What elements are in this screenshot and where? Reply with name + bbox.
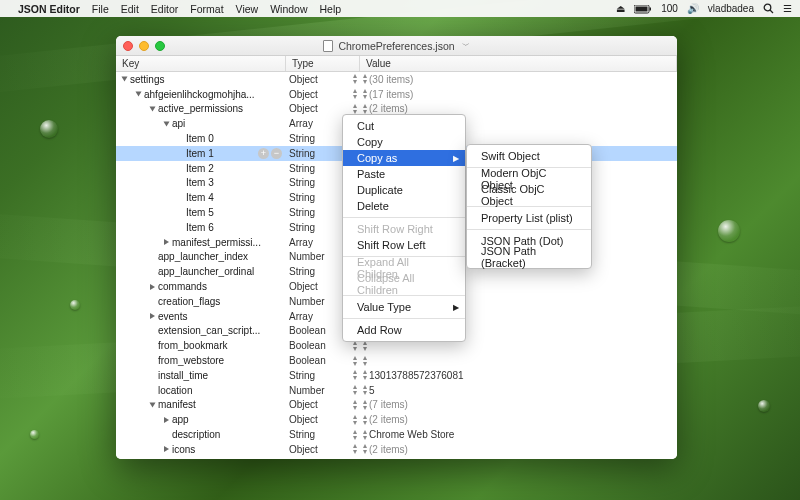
column-headers: Key Type Value: [116, 56, 677, 72]
disclosure-triangle-icon[interactable]: [150, 402, 156, 407]
notification-center-icon[interactable]: ☰: [783, 3, 792, 14]
menu-view[interactable]: View: [236, 3, 259, 15]
menu-item[interactable]: Cut: [343, 118, 465, 134]
value-stepper-icon[interactable]: ▴▾: [363, 384, 366, 396]
tree-row[interactable]: ahfgeienlihckogmohjha...Object▴▾▴▾(17 it…: [116, 87, 677, 102]
value-stepper-icon[interactable]: ▴▾: [363, 369, 366, 381]
row-key: location: [158, 385, 192, 396]
status-user[interactable]: vladbadea: [708, 3, 754, 14]
tree-row[interactable]: settingsObject▴▾▴▾(30 items): [116, 72, 677, 87]
row-add-button[interactable]: +: [258, 148, 269, 159]
row-key: Item 4: [186, 192, 214, 203]
column-type[interactable]: Type: [286, 56, 360, 71]
column-key[interactable]: Key: [116, 56, 286, 71]
menu-item[interactable]: Property List (plist): [467, 210, 591, 226]
type-stepper-icon[interactable]: ▴▾: [353, 384, 356, 396]
status-wifi-icon[interactable]: ⏏: [616, 3, 625, 14]
status-battery-icon[interactable]: [634, 3, 652, 14]
status-volume-icon[interactable]: 🔊: [687, 3, 699, 14]
row-type: String: [289, 148, 315, 159]
value-stepper-icon[interactable]: ▴▾: [363, 399, 366, 411]
window-close-button[interactable]: [123, 41, 133, 51]
disclosure-triangle-icon[interactable]: [136, 92, 142, 97]
tree-row[interactable]: from_webstoreBoolean▴▾▴▾: [116, 353, 677, 368]
disclosure-triangle-icon[interactable]: [150, 284, 155, 290]
titlebar[interactable]: ChromePreferences.json ﹀: [116, 36, 677, 56]
disclosure-triangle-icon[interactable]: [164, 121, 170, 126]
disclosure-triangle-icon[interactable]: [164, 446, 169, 452]
value-stepper-icon[interactable]: ▴▾: [363, 443, 366, 455]
menu-item[interactable]: Add Row: [343, 322, 465, 338]
tree-row[interactable]: locationNumber▴▾▴▾5: [116, 383, 677, 398]
menu-item[interactable]: Delete: [343, 198, 465, 214]
app-name[interactable]: JSON Editor: [18, 3, 80, 15]
row-value: 5: [369, 385, 375, 396]
row-remove-button[interactable]: −: [271, 148, 282, 159]
value-stepper-icon[interactable]: ▴▾: [363, 414, 366, 426]
tree-row[interactable]: install_timeString▴▾▴▾13013788572376081: [116, 368, 677, 383]
disclosure-triangle-icon[interactable]: [164, 239, 169, 245]
column-value[interactable]: Value: [360, 56, 677, 71]
row-value: (7 items): [369, 399, 408, 410]
menu-item[interactable]: JSON Path (Bracket): [467, 249, 591, 265]
value-stepper-icon[interactable]: ▴▾: [363, 355, 366, 367]
row-type: Number: [289, 385, 325, 396]
menu-item[interactable]: Shift Row Left: [343, 237, 465, 253]
spotlight-icon[interactable]: [763, 3, 774, 15]
menu-item[interactable]: Copy as▶: [343, 150, 465, 166]
tree-row[interactable]: descriptionString▴▾▴▾Chrome Web Store: [116, 427, 677, 442]
menu-editor[interactable]: Editor: [151, 3, 178, 15]
menu-item[interactable]: Classic ObjC Object: [467, 187, 591, 203]
row-type: String: [289, 177, 315, 188]
context-menu[interactable]: CutCopyCopy as▶PasteDuplicateDeleteShift…: [342, 114, 466, 342]
row-type: String: [289, 207, 315, 218]
disclosure-triangle-icon[interactable]: [150, 313, 155, 319]
context-submenu-copy-as[interactable]: Swift ObjectModern ObjC ObjectClassic Ob…: [466, 144, 592, 269]
row-type: Object: [289, 89, 318, 100]
menu-window[interactable]: Window: [270, 3, 307, 15]
row-value: 13013788572376081: [369, 370, 464, 381]
row-key: manifest_permissi...: [172, 237, 261, 248]
menu-file[interactable]: File: [92, 3, 109, 15]
row-type: Boolean: [289, 340, 326, 351]
type-stepper-icon[interactable]: ▴▾: [353, 414, 356, 426]
type-stepper-icon[interactable]: ▴▾: [353, 88, 356, 100]
tree-row[interactable]: appObject▴▾▴▾(2 items): [116, 412, 677, 427]
value-stepper-icon[interactable]: ▴▾: [363, 88, 366, 100]
window-zoom-button[interactable]: [155, 41, 165, 51]
type-stepper-icon[interactable]: ▴▾: [353, 399, 356, 411]
menu-item[interactable]: Paste: [343, 166, 465, 182]
row-value: (2 items): [369, 414, 408, 425]
menu-item[interactable]: Duplicate: [343, 182, 465, 198]
row-key: Item 0: [186, 133, 214, 144]
status-battery-pct: 100: [661, 3, 678, 14]
menu-item[interactable]: Swift Object: [467, 148, 591, 164]
row-key: manifest: [158, 399, 196, 410]
value-stepper-icon[interactable]: ▴▾: [363, 73, 366, 85]
disclosure-triangle-icon[interactable]: [164, 417, 169, 423]
type-stepper-icon[interactable]: ▴▾: [353, 443, 356, 455]
row-type: String: [289, 370, 315, 381]
title-dropdown-icon[interactable]: ﹀: [462, 40, 470, 51]
row-key: from_webstore: [158, 355, 224, 366]
row-type: Object: [289, 399, 318, 410]
type-stepper-icon[interactable]: ▴▾: [353, 429, 356, 441]
disclosure-triangle-icon[interactable]: [122, 77, 128, 82]
tree-row[interactable]: manifestObject▴▾▴▾(7 items): [116, 398, 677, 413]
row-key: Item 1: [186, 148, 214, 159]
value-stepper-icon[interactable]: ▴▾: [363, 429, 366, 441]
tree-row[interactable]: iconsObject▴▾▴▾(2 items): [116, 442, 677, 457]
row-value: Chrome Web Store: [369, 429, 454, 440]
type-stepper-icon[interactable]: ▴▾: [353, 355, 356, 367]
row-type: String: [289, 222, 315, 233]
window-minimize-button[interactable]: [139, 41, 149, 51]
menu-help[interactable]: Help: [320, 3, 342, 15]
disclosure-triangle-icon[interactable]: [150, 106, 156, 111]
type-stepper-icon[interactable]: ▴▾: [353, 369, 356, 381]
menu-item[interactable]: Value Type▶: [343, 299, 465, 315]
menu-format[interactable]: Format: [190, 3, 223, 15]
menu-item[interactable]: Copy: [343, 134, 465, 150]
menu-edit[interactable]: Edit: [121, 3, 139, 15]
row-key: app_launcher_ordinal: [158, 266, 254, 277]
type-stepper-icon[interactable]: ▴▾: [353, 73, 356, 85]
